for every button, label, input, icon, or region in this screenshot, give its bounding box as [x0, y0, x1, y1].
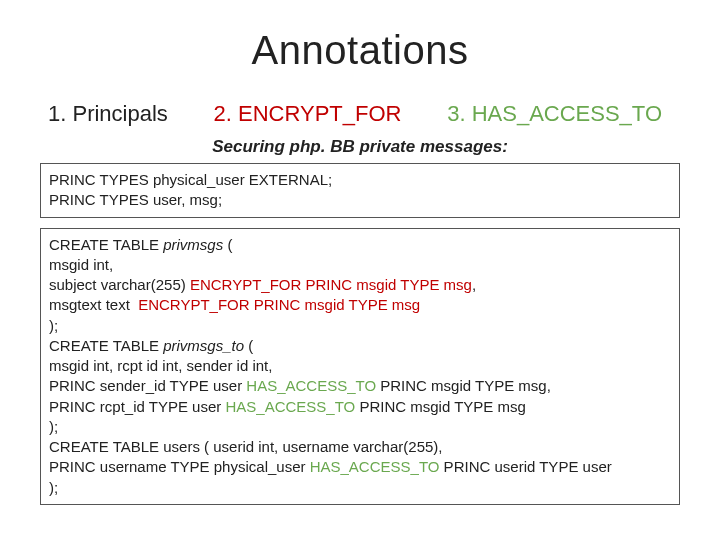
text-has-access-to: HAS_ACCESS_TO [310, 458, 440, 475]
text: CREATE TABLE [49, 337, 163, 354]
code-line: CREATE TABLE users ( userid int, usernam… [49, 437, 671, 457]
code-line: msgid int, rcpt id int, sender id int, [49, 356, 671, 376]
text: privmsgs [163, 236, 223, 253]
text: subject varchar(255) [49, 276, 190, 293]
legend-row: 1. Principals 2. ENCRYPT_FOR 3. HAS_ACCE… [40, 101, 680, 127]
code-box-create-tables: CREATE TABLE privmsgs ( msgid int, subje… [40, 228, 680, 505]
text: PRINC msgid TYPE msg, [376, 377, 551, 394]
legend-principals: 1. Principals [48, 101, 168, 127]
slide: Annotations 1. Principals 2. ENCRYPT_FOR… [0, 0, 720, 540]
code-line: PRINC TYPES physical_user EXTERNAL; [49, 170, 671, 190]
text: privmsgs_to [163, 337, 244, 354]
subtitle: Securing php. BB private messages: [40, 137, 680, 157]
code-line: msgid int, [49, 255, 671, 275]
code-line: PRINC TYPES user, msg; [49, 190, 671, 210]
text: CREATE TABLE [49, 236, 163, 253]
legend-encrypt-for: 2. ENCRYPT_FOR [214, 101, 402, 127]
text: PRINC msgid TYPE msg [355, 398, 526, 415]
slide-title: Annotations [40, 28, 680, 73]
text: PRINC rcpt_id TYPE user [49, 398, 225, 415]
code-line: PRINC username TYPE physical_user HAS_AC… [49, 457, 671, 477]
code-line: PRINC rcpt_id TYPE user HAS_ACCESS_TO PR… [49, 397, 671, 417]
text: PRINC TYPES [49, 171, 149, 188]
code-line: subject varchar(255) ENCRYPT_FOR PRINC m… [49, 275, 671, 295]
text: PRINC TYPES [49, 191, 149, 208]
text-encrypt-for: ENCRYPT_FOR PRINC msgid TYPE msg [190, 276, 472, 293]
legend-has-access-to: 3. HAS_ACCESS_TO [447, 101, 662, 127]
text-has-access-to: HAS_ACCESS_TO [246, 377, 376, 394]
code-box-princ-types: PRINC TYPES physical_user EXTERNAL; PRIN… [40, 163, 680, 218]
code-line: CREATE TABLE privmsgs ( [49, 235, 671, 255]
code-line: CREATE TABLE privmsgs_to ( [49, 336, 671, 356]
text: physical_user EXTERNAL; [149, 171, 332, 188]
text: ( [244, 337, 253, 354]
text: msgtext text [49, 296, 138, 313]
code-line: msgtext text ENCRYPT_FOR PRINC msgid TYP… [49, 295, 671, 315]
code-line: ); [49, 417, 671, 437]
text-has-access-to: HAS_ACCESS_TO [225, 398, 355, 415]
code-line: ); [49, 478, 671, 498]
text: PRINC userid TYPE user [439, 458, 611, 475]
text: user, msg; [149, 191, 222, 208]
text: PRINC sender_id TYPE user [49, 377, 246, 394]
code-line: ); [49, 316, 671, 336]
text: PRINC username TYPE physical_user [49, 458, 310, 475]
code-line: PRINC sender_id TYPE user HAS_ACCESS_TO … [49, 376, 671, 396]
text-encrypt-for: ENCRYPT_FOR PRINC msgid TYPE msg [138, 296, 420, 313]
text: , [472, 276, 476, 293]
text: ( [223, 236, 232, 253]
